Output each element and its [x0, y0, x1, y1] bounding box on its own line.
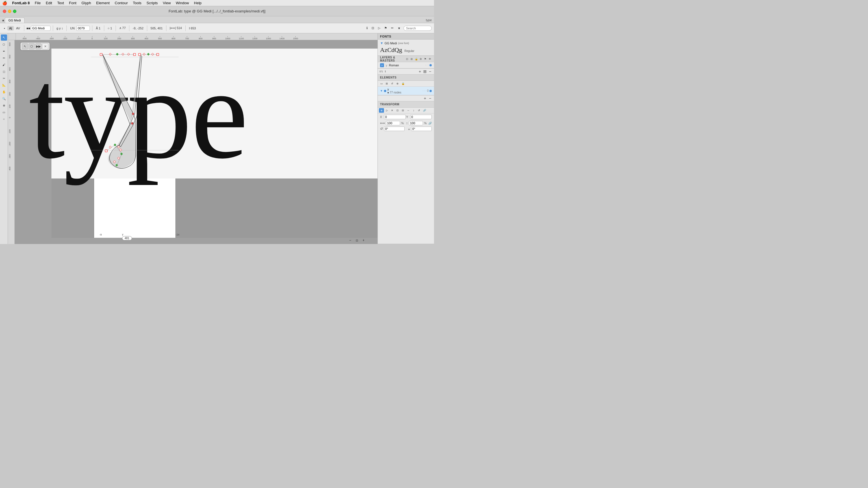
- transform-w-field[interactable]: [386, 121, 400, 125]
- toolbar-panel-toggle[interactable]: ▪: [2, 26, 7, 31]
- tool-pen[interactable]: ✒: [1, 48, 7, 54]
- toolbar-pencil-btn[interactable]: ✏: [390, 26, 395, 31]
- tool-crosshair[interactable]: ⊕: [1, 102, 7, 108]
- elem-btn-add[interactable]: ⊕: [395, 82, 400, 86]
- tool-pencil[interactable]: ✏: [1, 55, 7, 61]
- elem-btn-refresh[interactable]: ↺: [390, 82, 395, 86]
- transform-angle2-field[interactable]: [411, 127, 432, 131]
- zoom-fit-btn[interactable]: ⊡: [354, 238, 360, 242]
- toolbar-dropdown-btn[interactable]: ▼: [396, 26, 402, 31]
- layers-view-btn[interactable]: ⊡: [405, 57, 409, 61]
- menubar-glyph[interactable]: Glyph: [79, 0, 93, 6]
- window-title: FontLab: type @ GG Medi [.../../_fontlab…: [169, 9, 266, 13]
- minimize-button[interactable]: [8, 10, 11, 13]
- layers-eye-btn[interactable]: 👁: [428, 57, 432, 61]
- menubar-scripts[interactable]: Scripts: [144, 0, 160, 6]
- transform-icon-flip-h[interactable]: ↔: [406, 108, 411, 113]
- menubar-help[interactable]: Help: [192, 0, 204, 6]
- transform-icon-rot-ccw[interactable]: ↺: [416, 108, 422, 113]
- layer-visibility-eye[interactable]: y: [380, 63, 384, 67]
- transform-xy-grid: X Y: [378, 113, 434, 120]
- toolbar-flag-btn[interactable]: ⚑: [382, 26, 389, 31]
- toolbar-paste-btn[interactable]: ▷: [376, 26, 382, 31]
- menubar-text[interactable]: Text: [55, 0, 66, 6]
- menubar-font[interactable]: Font: [67, 0, 79, 6]
- tool-hand[interactable]: ✋: [1, 89, 7, 95]
- layers-add-btn[interactable]: +: [417, 69, 422, 74]
- maximize-button[interactable]: [13, 10, 17, 13]
- transform-icon-paste[interactable]: ⊟: [400, 108, 405, 113]
- apple-menu[interactable]: 🍎: [2, 1, 7, 5]
- layers-header-label: LAYERS & MASTERS: [380, 56, 405, 62]
- zoom-in-btn[interactable]: +: [361, 238, 366, 243]
- letter-t: t: [29, 41, 64, 186]
- layers-copy-btn[interactable]: ⊞: [423, 69, 427, 74]
- transform-angle1-field[interactable]: [384, 127, 405, 131]
- tool-ellipse[interactable]: ○: [1, 116, 7, 122]
- menubar-window[interactable]: Window: [174, 0, 191, 6]
- tool-brush[interactable]: 🖌: [1, 62, 7, 68]
- tool-erase[interactable]: ◻: [1, 68, 7, 74]
- transform-icon-tl[interactable]: ⊞: [379, 108, 384, 113]
- toolbar-glyph-view[interactable]: A|: [7, 26, 14, 31]
- elements-remove-btn[interactable]: −: [428, 96, 432, 101]
- tool-zoom[interactable]: 🔍: [1, 95, 7, 102]
- main-canvas[interactable]: ↖ ⬡ ▶▶ ✕ type: [15, 40, 377, 244]
- toolbar-point-coords: 505, 401: [150, 27, 164, 30]
- element-row-y[interactable]: ▼ y ■ 77 nodes · · · 0: [378, 87, 434, 95]
- layer-row-roman[interactable]: y y Roman · · ·: [378, 62, 434, 68]
- toolbar-height-label: ∧ 77: [118, 26, 127, 30]
- transform-h-field[interactable]: [409, 121, 423, 125]
- menubar-tools[interactable]: Tools: [130, 0, 144, 6]
- toolbar-width-val: |⟺| 514: [169, 26, 183, 30]
- transform-icon-x[interactable]: ✕: [390, 108, 395, 113]
- toolbar-kern-view[interactable]: AV: [14, 26, 22, 31]
- elem-btn-lock[interactable]: 🔒: [400, 82, 405, 86]
- ruler-tick: 300: [131, 36, 134, 40]
- svg-rect-9: [143, 53, 145, 55]
- tool-node-edit[interactable]: ⬡: [1, 41, 7, 47]
- menubar-fontlab[interactable]: FontLab 8: [10, 0, 32, 6]
- transform-x-group: X: [380, 115, 406, 119]
- layers-flag-btn[interactable]: ⚑: [423, 57, 427, 61]
- glyph-name-field[interactable]: [31, 26, 51, 31]
- tool-rect[interactable]: ▭: [1, 109, 7, 115]
- tool-knife[interactable]: ✂: [1, 75, 7, 82]
- toolbar-info-btn[interactable]: ℹ: [365, 26, 369, 31]
- tab-gg-medi[interactable]: GG Medi: [5, 18, 25, 23]
- ruler-corner: [8, 33, 16, 40]
- search-input[interactable]: [403, 26, 432, 31]
- tool-measure[interactable]: 📐: [1, 82, 7, 88]
- ruler-tick: 1000: [225, 36, 230, 40]
- menubar-edit[interactable]: Edit: [43, 0, 54, 6]
- zoom-out-btn[interactable]: −: [347, 238, 353, 243]
- menubar-element[interactable]: Element: [94, 0, 112, 6]
- font-entry[interactable]: ▼ GG Medi (one font) AzCdQg Regular: [378, 39, 434, 56]
- transform-y-field[interactable]: [410, 115, 432, 119]
- transform-x-field[interactable]: [384, 115, 406, 119]
- menubar-file[interactable]: File: [32, 0, 43, 6]
- transform-icon-copy[interactable]: ⊡: [395, 108, 400, 113]
- tool-pointer[interactable]: ↖: [1, 34, 7, 41]
- unicode-field[interactable]: [76, 26, 90, 31]
- elements-add-btn[interactable]: +: [423, 96, 427, 101]
- ruler-left-200: 200: [8, 92, 11, 96]
- menubar-contour[interactable]: Contour: [113, 0, 130, 6]
- toolbar-copy-btn[interactable]: ⊡: [370, 26, 376, 31]
- ruler-left-neg300: -300: [8, 154, 11, 159]
- layers-lock-btn[interactable]: 🔒: [414, 57, 418, 61]
- close-button[interactable]: [3, 10, 6, 13]
- layers-remove-btn[interactable]: −: [428, 69, 432, 74]
- layers-grid-btn[interactable]: ⊞: [410, 57, 414, 61]
- elem-btn-grid[interactable]: ⊞: [384, 82, 390, 86]
- transform-icon-play[interactable]: ▷: [384, 108, 390, 113]
- ruler-left-500: 500: [8, 55, 11, 59]
- traffic-lights: [3, 10, 17, 13]
- transform-icon-link[interactable]: 🔗: [422, 108, 427, 113]
- elem-btn-rect[interactable]: ▭: [379, 82, 384, 86]
- menubar-view[interactable]: View: [160, 0, 173, 6]
- coord-left: -9: [99, 233, 102, 236]
- layers-settings-btn[interactable]: ⚙: [419, 57, 423, 61]
- transform-icon-flip-v[interactable]: ↕: [411, 108, 416, 113]
- float-btn-select[interactable]: ↖: [22, 43, 28, 50]
